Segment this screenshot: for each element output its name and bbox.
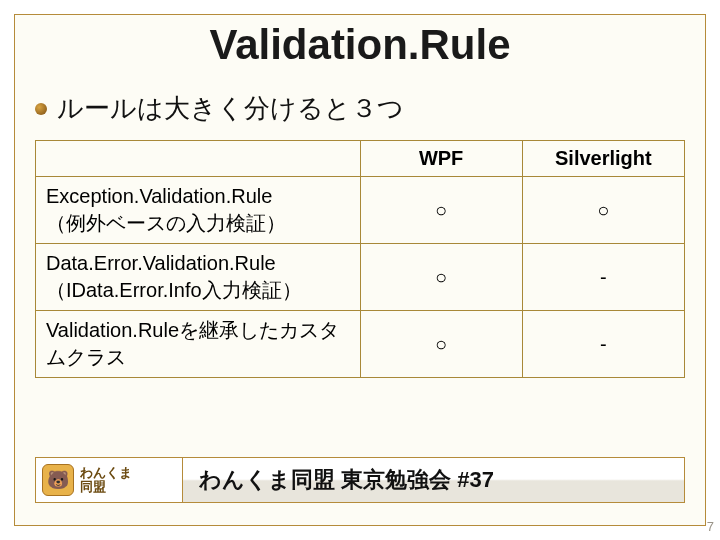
- rule-name: Exception.Validation.Rule（例外ベースの入力検証）: [36, 177, 361, 244]
- rule-silverlight: -: [522, 244, 684, 311]
- compare-table: WPF Silverlight Exception.Validation.Rul…: [35, 140, 685, 378]
- bullet-row: ルールは大きく分けると３つ: [35, 91, 685, 126]
- rule-name: Data.Error.Validation.Rule（IData.Error.I…: [36, 244, 361, 311]
- page-number: 7: [707, 519, 714, 534]
- mascot-icon: 🐻: [42, 464, 74, 496]
- table-header-row: WPF Silverlight: [36, 141, 685, 177]
- rule-name: Validation.Ruleを継承したカスタムクラス: [36, 311, 361, 378]
- table-header-wpf: WPF: [360, 141, 522, 177]
- slide: Validation.Rule ルールは大きく分けると３つ WPF Silver…: [0, 0, 720, 540]
- footer-bar: 🐻 わんくま 同盟 わんくま同盟 東京勉強会 #37: [35, 457, 685, 503]
- rule-silverlight: ○: [522, 177, 684, 244]
- logo-line1: わんくま: [80, 466, 132, 480]
- footer-event: わんくま同盟 東京勉強会 #37: [183, 458, 684, 502]
- table-row: Data.Error.Validation.Rule（IData.Error.I…: [36, 244, 685, 311]
- table-row: Exception.Validation.Rule（例外ベースの入力検証） ○ …: [36, 177, 685, 244]
- table-header-blank: [36, 141, 361, 177]
- footer-logo: 🐻 わんくま 同盟: [36, 458, 183, 502]
- rule-wpf: ○: [360, 177, 522, 244]
- bullet-icon: [35, 103, 47, 115]
- rule-silverlight: -: [522, 311, 684, 378]
- table-header-silverlight: Silverlight: [522, 141, 684, 177]
- table-row: Validation.Ruleを継承したカスタムクラス ○ -: [36, 311, 685, 378]
- bullet-text: ルールは大きく分けると３つ: [57, 91, 404, 126]
- logo-line2: 同盟: [80, 480, 132, 494]
- logo-text: わんくま 同盟: [80, 466, 132, 493]
- slide-inner: Validation.Rule ルールは大きく分けると３つ WPF Silver…: [14, 14, 706, 526]
- slide-title: Validation.Rule: [35, 21, 685, 69]
- rule-wpf: ○: [360, 244, 522, 311]
- rule-wpf: ○: [360, 311, 522, 378]
